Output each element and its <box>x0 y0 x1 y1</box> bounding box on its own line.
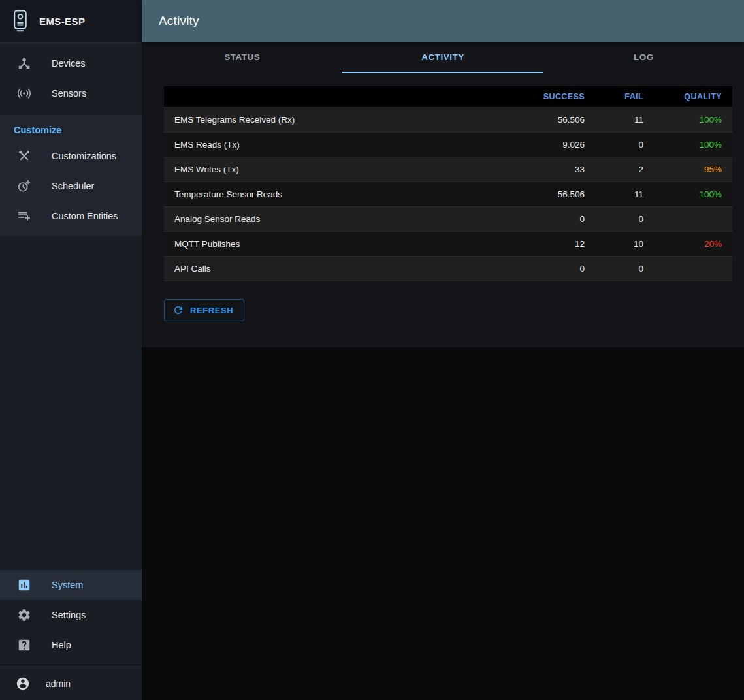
metric-quality: 100% <box>699 140 722 150</box>
sidebar-item-label: Sensors <box>52 88 86 99</box>
sidebar-customize-section: Customize Customizations Scheduler Custo… <box>0 115 142 236</box>
metric-fail: 10 <box>595 232 654 257</box>
sidebar-header: EMS-ESP <box>0 0 142 43</box>
sidebar-item-devices[interactable]: Devices <box>0 48 142 78</box>
tab-status[interactable]: STATUS <box>142 42 342 73</box>
sidebar-bottom-nav: System Settings Help <box>0 570 142 667</box>
column-header-fail: FAIL <box>595 86 654 108</box>
page-title: Activity <box>159 14 199 28</box>
sidebar-item-label: Scheduler <box>52 181 94 191</box>
table-row: EMS Writes (Tx) 33 2 95% <box>164 157 732 182</box>
main-content: STATUS ACTIVITY LOG SUCCESS FAIL QUALITY… <box>142 42 744 700</box>
column-header-success: SUCCESS <box>513 86 595 108</box>
device-hub-icon <box>17 56 31 71</box>
system-analytics-icon <box>17 578 31 592</box>
metric-fail: 2 <box>595 157 654 182</box>
sidebar-item-label: Devices <box>52 58 86 69</box>
table-row: MQTT Publishes 12 10 20% <box>164 232 732 257</box>
metric-success: 0 <box>513 207 595 232</box>
activity-panel: STATUS ACTIVITY LOG SUCCESS FAIL QUALITY… <box>142 42 744 347</box>
sidebar-item-scheduler[interactable]: Scheduler <box>0 171 142 201</box>
refresh-button[interactable]: REFRESH <box>164 299 244 321</box>
table-row: Analog Sensor Reads 0 0 <box>164 207 732 232</box>
metric-success: 33 <box>513 157 595 182</box>
table-row: API Calls 0 0 <box>164 257 732 281</box>
metric-quality: 100% <box>699 189 722 199</box>
sidebar: EMS-ESP Devices Sensors Customize Custom… <box>0 0 142 700</box>
app-bar: Activity <box>142 0 744 42</box>
metric-fail: 11 <box>595 108 654 133</box>
table-row: EMS Telegrams Received (Rx) 56.506 11 10… <box>164 108 732 133</box>
playlist-add-icon <box>17 209 31 223</box>
metric-fail: 0 <box>595 207 654 232</box>
sidebar-item-label: Customizations <box>52 151 116 161</box>
activity-table: SUCCESS FAIL QUALITY EMS Telegrams Recei… <box>164 86 732 281</box>
help-icon <box>17 638 31 652</box>
metric-success: 12 <box>513 232 595 257</box>
metric-name: EMS Writes (Tx) <box>164 157 513 182</box>
tab-log[interactable]: LOG <box>543 42 744 73</box>
metric-name: Analog Sensor Reads <box>164 207 513 232</box>
sidebar-item-sensors[interactable]: Sensors <box>0 78 142 108</box>
metric-fail: 0 <box>595 257 654 281</box>
sidebar-item-system[interactable]: System <box>0 570 142 600</box>
metric-quality: 95% <box>704 165 722 174</box>
app-title: EMS-ESP <box>39 16 85 27</box>
sidebar-item-custom-entities[interactable]: Custom Entities <box>0 201 142 231</box>
metric-name: MQTT Publishes <box>164 232 513 257</box>
column-header-name <box>164 86 513 108</box>
metric-quality: 20% <box>704 239 722 249</box>
metric-quality: 100% <box>699 115 722 125</box>
sidebar-item-customizations[interactable]: Customizations <box>0 141 142 171</box>
sidebar-spacer <box>0 236 142 570</box>
account-circle-icon <box>16 676 30 691</box>
sidebar-item-label: Help <box>52 640 71 650</box>
metric-success: 9.026 <box>513 133 595 157</box>
sidebar-user-admin[interactable]: admin <box>0 667 142 700</box>
customize-section-header: Customize <box>0 115 142 141</box>
sidebar-item-settings[interactable]: Settings <box>0 600 142 630</box>
metric-success: 56.506 <box>513 108 595 133</box>
metric-fail: 11 <box>595 182 654 207</box>
sensors-icon <box>17 86 31 101</box>
refresh-button-label: REFRESH <box>190 306 233 315</box>
table-header-row: SUCCESS FAIL QUALITY <box>164 86 732 108</box>
table-row: Temperature Sensor Reads 56.506 11 100% <box>164 182 732 207</box>
scheduler-clock-icon <box>17 179 31 193</box>
sidebar-item-label: System <box>52 580 83 590</box>
tab-bar: STATUS ACTIVITY LOG <box>142 42 744 73</box>
sidebar-item-label: Custom Entities <box>52 211 118 221</box>
table-row: EMS Reads (Tx) 9.026 0 100% <box>164 133 732 157</box>
tab-activity[interactable]: ACTIVITY <box>342 42 543 73</box>
sidebar-item-label: Settings <box>52 610 86 620</box>
metric-name: Temperature Sensor Reads <box>164 182 513 207</box>
ems-esp-logo-icon <box>10 10 30 33</box>
user-name: admin <box>46 678 71 689</box>
metric-name: EMS Telegrams Received (Rx) <box>164 108 513 133</box>
refresh-icon <box>172 304 184 316</box>
construction-icon <box>17 149 31 163</box>
metric-success: 56.506 <box>513 182 595 207</box>
metric-name: API Calls <box>164 257 513 281</box>
metric-fail: 0 <box>595 133 654 157</box>
metric-name: EMS Reads (Tx) <box>164 133 513 157</box>
metric-success: 0 <box>513 257 595 281</box>
column-header-quality: QUALITY <box>654 86 732 108</box>
settings-gear-icon <box>17 608 31 622</box>
sidebar-main-nav: Devices Sensors <box>0 43 142 108</box>
sidebar-item-help[interactable]: Help <box>0 630 142 660</box>
